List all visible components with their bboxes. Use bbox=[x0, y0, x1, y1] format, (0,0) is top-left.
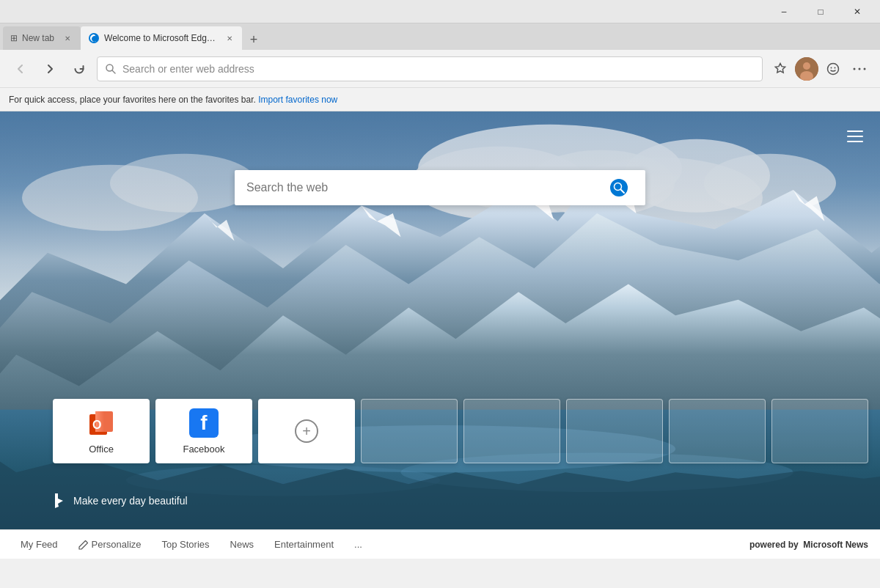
svg-point-11 bbox=[864, 67, 866, 70]
quick-links-container: O Office f Facebook + bbox=[53, 399, 868, 463]
bing-branding: Make every day beautiful bbox=[53, 493, 188, 509]
svg-point-9 bbox=[854, 67, 856, 70]
back-icon bbox=[15, 63, 26, 75]
edge-icon bbox=[88, 32, 100, 44]
forward-button[interactable] bbox=[38, 57, 62, 81]
nav-item-entertainment[interactable]: Entertainment bbox=[265, 534, 342, 554]
nav-actions bbox=[769, 57, 871, 81]
window-controls: – □ ✕ bbox=[767, 0, 874, 23]
svg-point-8 bbox=[835, 67, 836, 68]
bing-logo-icon bbox=[53, 493, 67, 509]
menu-line bbox=[847, 141, 863, 142]
quick-link-empty-1[interactable] bbox=[361, 399, 458, 463]
svg-point-6 bbox=[828, 63, 839, 74]
forward-icon bbox=[44, 63, 56, 75]
emoji-button[interactable] bbox=[821, 57, 845, 81]
close-button[interactable]: ✕ bbox=[840, 0, 874, 23]
bottom-nav-items: My Feed Personalize Top Stories News Ent… bbox=[12, 534, 371, 554]
powered-by: powered by Microsoft News bbox=[749, 540, 868, 550]
navigation-bar: Search or enter web address bbox=[0, 50, 880, 88]
powered-by-text: powered by bbox=[749, 540, 799, 550]
office-icon: O bbox=[87, 408, 116, 438]
quick-link-add[interactable]: + bbox=[258, 399, 355, 463]
search-container bbox=[235, 170, 645, 205]
bing-search-icon bbox=[610, 179, 628, 196]
add-icon: + bbox=[295, 419, 318, 443]
nav-item-news[interactable]: News bbox=[221, 534, 263, 554]
refresh-icon bbox=[73, 63, 85, 75]
refresh-button[interactable] bbox=[67, 57, 91, 81]
svg-point-10 bbox=[859, 67, 861, 70]
tab-new-tab[interactable]: ⊞ New tab ✕ bbox=[3, 26, 81, 50]
entertainment-label: Entertainment bbox=[274, 539, 334, 550]
svg-point-4 bbox=[803, 62, 810, 70]
star-icon bbox=[774, 62, 787, 76]
address-bar-text: Search or enter web address bbox=[122, 63, 254, 75]
powered-by-brand: Microsoft News bbox=[803, 540, 868, 550]
svg-line-35 bbox=[621, 190, 625, 194]
search-button[interactable] bbox=[604, 173, 634, 202]
news-label: News bbox=[230, 539, 254, 550]
quick-link-facebook[interactable]: f Facebook bbox=[155, 399, 252, 463]
bottom-navigation: My Feed Personalize Top Stories News Ent… bbox=[0, 529, 880, 559]
nav-item-more[interactable]: ... bbox=[345, 534, 371, 554]
new-tab-button[interactable]: + bbox=[242, 29, 265, 50]
office-link-label: Office bbox=[89, 444, 114, 455]
address-bar[interactable]: Search or enter web address bbox=[97, 56, 763, 81]
more-icon bbox=[853, 67, 866, 70]
tab-bar: ⊞ New tab ✕ Welcome to Microsoft Edge De… bbox=[0, 23, 880, 50]
svg-point-7 bbox=[831, 67, 832, 68]
more-button[interactable] bbox=[848, 57, 871, 81]
nav-item-my-feed[interactable]: My Feed bbox=[12, 534, 67, 554]
tab-close-button[interactable]: ✕ bbox=[62, 32, 73, 44]
nav-item-personalize[interactable]: Personalize bbox=[70, 534, 150, 554]
back-button[interactable] bbox=[9, 57, 32, 81]
maximize-button[interactable]: □ bbox=[804, 0, 837, 23]
search-box[interactable] bbox=[235, 170, 645, 205]
avatar[interactable] bbox=[795, 57, 818, 81]
quick-link-empty-3[interactable] bbox=[566, 399, 663, 463]
quick-link-empty-4[interactable] bbox=[669, 399, 766, 463]
top-stories-label: Top Stories bbox=[162, 539, 210, 550]
nav-item-top-stories[interactable]: Top Stories bbox=[153, 534, 219, 554]
new-tab-grid-icon: ⊞ bbox=[10, 33, 18, 43]
title-bar: – □ ✕ bbox=[0, 0, 880, 23]
quick-link-empty-2[interactable] bbox=[463, 399, 560, 463]
minimize-button[interactable]: – bbox=[767, 0, 801, 23]
favorites-bar-text: For quick access, place your favorites h… bbox=[9, 95, 256, 105]
avatar-icon bbox=[795, 57, 818, 81]
tab-close-button[interactable]: ✕ bbox=[224, 32, 235, 44]
page-settings-button[interactable] bbox=[842, 123, 868, 150]
pencil-icon bbox=[78, 540, 89, 550]
svg-line-2 bbox=[112, 70, 115, 73]
favorites-bar: For quick access, place your favorites h… bbox=[0, 88, 880, 111]
facebook-link-label: Facebook bbox=[183, 444, 224, 455]
personalize-label: Personalize bbox=[92, 539, 142, 550]
tab-label: Welcome to Microsoft Edge De… bbox=[104, 33, 217, 43]
menu-line bbox=[847, 131, 863, 132]
tab-edge-welcome[interactable]: Welcome to Microsoft Edge De… ✕ bbox=[81, 26, 242, 50]
my-feed-label: My Feed bbox=[21, 539, 58, 550]
facebook-icon: f bbox=[189, 408, 219, 438]
search-magnifier-icon bbox=[613, 182, 625, 194]
menu-line bbox=[847, 136, 863, 137]
search-icon bbox=[105, 63, 117, 75]
import-favorites-link[interactable]: Import favorites now bbox=[258, 95, 337, 105]
smiley-icon bbox=[826, 62, 840, 76]
new-tab-content: O Office f Facebook + Make every day bea… bbox=[0, 111, 880, 559]
quick-link-empty-5[interactable] bbox=[771, 399, 868, 463]
svg-text:O: O bbox=[92, 419, 101, 431]
quick-link-office[interactable]: O Office bbox=[53, 399, 150, 463]
more-label: ... bbox=[354, 539, 362, 550]
tab-label: New tab bbox=[22, 33, 54, 43]
bing-tagline: Make every day beautiful bbox=[73, 495, 188, 507]
favorites-button[interactable] bbox=[769, 57, 792, 81]
search-input[interactable] bbox=[246, 181, 595, 194]
